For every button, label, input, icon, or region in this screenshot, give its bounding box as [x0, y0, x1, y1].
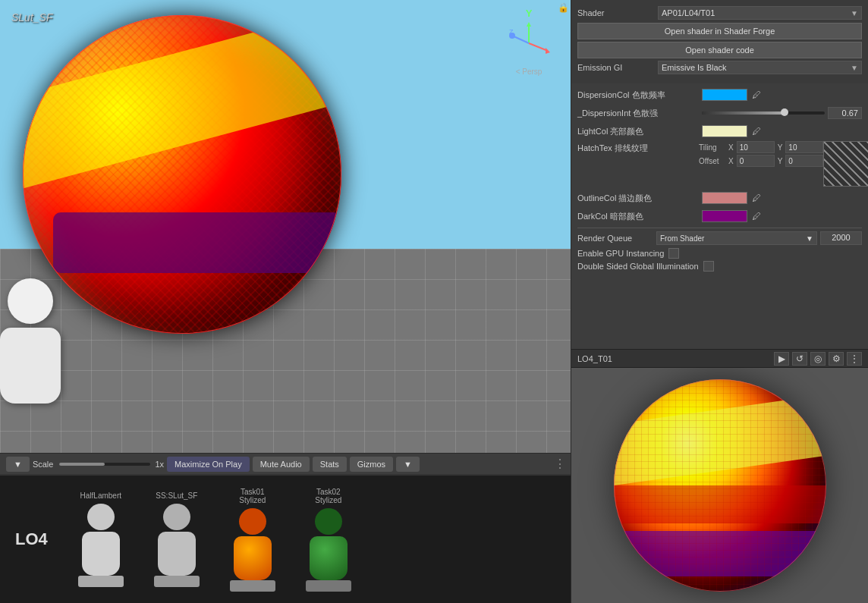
- preview-figure-task01: [222, 508, 283, 592]
- mute-audio-btn[interactable]: Mute Audio: [253, 457, 310, 472]
- tiling-x-input[interactable]: [737, 141, 775, 153]
- preview-body-1: [82, 532, 120, 576]
- preview-more-btn[interactable]: ⋮: [847, 352, 862, 366]
- preview-head-1: [87, 504, 115, 530]
- toolbar-more-icon[interactable]: ⋮: [554, 457, 566, 471]
- separator-1: [577, 228, 862, 228]
- main-area: SLut_SF 🔒 Y Z: [0, 0, 868, 603]
- shader-dropdown[interactable]: AP01/L04/T01 ▼: [658, 6, 862, 20]
- dark-col-eyedropper[interactable]: 🖊: [750, 211, 763, 221]
- preview-item-task02[interactable]: Task02Stylized: [298, 488, 359, 592]
- preview-body-3: [234, 536, 272, 580]
- preview-right-panel: LO4_T01 ▶ ↺ ◎ ⚙ ⋮: [571, 349, 868, 603]
- render-queue-dropdown-value: From Shader: [660, 234, 704, 243]
- viewport-toolbar: ▼ Scale 1x Maximize On Play Mute Audio S…: [0, 453, 571, 474]
- shader-dropdown-arrow: ▼: [851, 9, 858, 17]
- gizmos-dropdown-btn[interactable]: ▼: [396, 457, 420, 472]
- preview-cycle-btn[interactable]: ↺: [792, 352, 807, 366]
- preview-title: LO4_T01: [577, 354, 769, 363]
- preview-play-btn[interactable]: ▶: [774, 352, 789, 366]
- stats-btn[interactable]: Stats: [313, 457, 347, 472]
- dispersion-int-value[interactable]: 0.67: [828, 107, 862, 119]
- dispersion-int-thumb[interactable]: [781, 108, 788, 116]
- preview-canvas[interactable]: [571, 368, 868, 603]
- render-queue-value[interactable]: 2000: [820, 231, 862, 245]
- figure-head: [8, 278, 53, 324]
- offset-x-input[interactable]: [737, 155, 775, 167]
- outline-col-row: OutlineCol 描边颜色 🖊: [577, 190, 862, 206]
- preview-settings-btn[interactable]: ⚙: [829, 352, 844, 366]
- preview-label-halflambert: HalfLambert: [80, 492, 121, 500]
- toolbar-dropdown-btn[interactable]: ▼: [6, 457, 30, 472]
- tiling-y-label: Y: [778, 143, 783, 152]
- double-sided-label: Double Sided Global Illumination: [577, 262, 699, 271]
- offset-y-input[interactable]: [785, 155, 823, 167]
- preview-figure-halflambert: [71, 504, 131, 587]
- dark-col-label: DarkCol 暗部颜色: [577, 211, 699, 222]
- gizmos-btn[interactable]: Gizmos: [350, 457, 393, 472]
- dispersion-int-slider[interactable]: [702, 111, 825, 115]
- preview-eye-btn[interactable]: ◎: [810, 352, 826, 366]
- viewport-label: SLut_SF: [11, 11, 52, 24]
- properties-section: DispersionCol 色散频率 🖊 _DispersionInt 色散强 …: [571, 83, 868, 349]
- dispersion-int-fill: [702, 111, 785, 115]
- offset-y-label: Y: [778, 157, 783, 165]
- preview-base-3: [230, 580, 275, 592]
- scale-slider[interactable]: [59, 463, 150, 466]
- preview-item-sslut[interactable]: SS:SLut_SF: [146, 492, 207, 587]
- enable-gpu-row: Enable GPU Instancing: [577, 248, 862, 259]
- hatch-tex-thumb[interactable]: Select: [823, 141, 868, 187]
- emission-gi-dropdown[interactable]: Emissive Is Black ▼: [658, 61, 862, 74]
- preview-base-1: [78, 576, 124, 587]
- emission-gi-arrow: ▼: [851, 64, 858, 72]
- white-figure: [0, 278, 76, 430]
- double-sided-checkbox[interactable]: [703, 261, 714, 272]
- gizmo-y-label: Y: [526, 8, 533, 19]
- dispersion-int-label: _DispersionInt 色散强: [577, 108, 699, 119]
- dispersion-col-eyedropper[interactable]: 🖊: [750, 90, 763, 100]
- preview-header: LO4_T01 ▶ ↺ ◎ ⚙ ⋮: [571, 350, 868, 368]
- enable-gpu-label: Enable GPU Instancing: [577, 249, 664, 258]
- render-queue-label: Render Queue: [577, 234, 653, 243]
- right-panel: Shader AP01/L04/T01 ▼ Open shader in Sha…: [571, 0, 868, 603]
- open-shader-forge-btn[interactable]: Open shader in Shader Forge: [577, 23, 862, 39]
- dark-col-row: DarkCol 暗部颜色 🖊: [577, 208, 862, 225]
- dispersion-col-label: DispersionCol 色散频率: [577, 90, 699, 101]
- dispersion-col-row: DispersionCol 色散频率 🖊: [577, 86, 862, 103]
- gizmo[interactable]: Y Z < Persp: [498, 8, 559, 76]
- dispersion-col-swatch[interactable]: [702, 89, 747, 101]
- preview-figure-sslut: [146, 504, 207, 587]
- render-queue-dropdown[interactable]: From Shader ▼: [656, 231, 817, 245]
- tiling-y-input[interactable]: [785, 141, 823, 153]
- preview-body-4: [310, 536, 348, 580]
- gizmo-persp-label: < Persp: [516, 68, 542, 76]
- outline-col-eyedropper[interactable]: 🖊: [750, 193, 763, 203]
- inspector-top: Shader AP01/L04/T01 ▼ Open shader in Sha…: [571, 0, 868, 83]
- lo4-label: LO4: [15, 529, 48, 549]
- emission-gi-row: Emission GI Emissive Is Black ▼: [577, 61, 862, 74]
- tiling-x-label: X: [728, 143, 734, 152]
- outline-col-swatch[interactable]: [702, 192, 747, 204]
- dark-col-swatch[interactable]: [702, 210, 747, 222]
- viewport-canvas[interactable]: SLut_SF 🔒 Y Z: [0, 0, 571, 453]
- scale-slider-fill: [59, 463, 105, 466]
- open-shader-code-btn[interactable]: Open shader code: [577, 42, 862, 58]
- preview-item-halflambert[interactable]: HalfLambert: [71, 492, 131, 587]
- light-col-eyedropper[interactable]: 🖊: [750, 126, 763, 137]
- maximize-on-play-btn[interactable]: Maximize On Play: [167, 457, 250, 472]
- dispersion-int-slider-container: 0.67: [702, 107, 862, 119]
- scale-slider-container[interactable]: 1x: [59, 460, 164, 469]
- offset-row: Offset X Y: [699, 155, 823, 167]
- hatch-tex-details: Tiling X Y Offset X Y: [699, 141, 823, 168]
- hatch-tex-preview: [824, 142, 868, 186]
- emission-gi-value: Emissive Is Black: [662, 63, 727, 72]
- preview-head-3: [239, 508, 266, 535]
- enable-gpu-checkbox[interactable]: [668, 248, 679, 259]
- figure-body: [0, 328, 61, 404]
- tiling-label: Tiling: [699, 143, 725, 152]
- emission-gi-label: Emission GI: [577, 63, 653, 72]
- preview-controls: ▶ ↺ ◎ ⚙ ⋮: [774, 352, 862, 366]
- light-col-swatch[interactable]: [702, 125, 747, 137]
- preview-item-task01[interactable]: Task01Stylized: [222, 488, 283, 592]
- render-queue-row: Render Queue From Shader ▼ 2000: [577, 231, 862, 245]
